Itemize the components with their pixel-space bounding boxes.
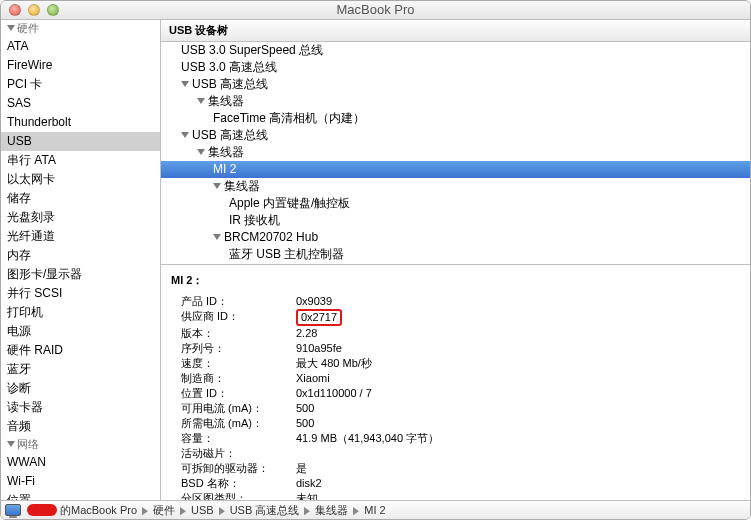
detail-pane[interactable]: MI 2： 产品 ID：0x9039供应商 ID：0x2717版本：2.28序列…	[161, 265, 750, 501]
chevron-down-icon[interactable]	[7, 25, 15, 31]
detail-value: disk2	[296, 476, 740, 491]
tree-row[interactable]: BRCM20702 Hub	[161, 229, 750, 246]
detail-key: 可拆卸的驱动器：	[181, 461, 296, 476]
detail-key: 可用电流 (mA)：	[181, 401, 296, 416]
close-button[interactable]	[9, 4, 21, 16]
sidebar-item[interactable]: Wi-Fi	[1, 472, 160, 491]
chevron-down-icon[interactable]	[7, 441, 15, 447]
detail-key: 所需电流 (mA)：	[181, 416, 296, 431]
tree-row[interactable]: 集线器	[161, 144, 750, 161]
chevron-down-icon[interactable]	[181, 81, 189, 87]
tree-row[interactable]: USB 高速总线	[161, 76, 750, 93]
sidebar-item[interactable]: USB	[1, 132, 160, 151]
path-segment[interactable]: USB 高速总线	[230, 503, 300, 518]
detail-value: 41.9 MB（41,943,040 字节）	[296, 431, 740, 446]
path-segment[interactable]: MI 2	[364, 504, 385, 516]
chevron-right-icon: ▶	[305, 504, 311, 517]
detail-value: 910a95fe	[296, 341, 740, 356]
detail-kv-list: 产品 ID：0x9039供应商 ID：0x2717版本：2.28序列号：910a…	[161, 294, 750, 501]
tree-row[interactable]: USB 3.0 SuperSpeed 总线	[161, 42, 750, 59]
detail-row: 所需电流 (mA)：500	[161, 416, 750, 431]
computer-icon[interactable]	[5, 504, 21, 516]
tree-row-label: USB 高速总线	[192, 127, 268, 144]
chevron-down-icon[interactable]	[181, 132, 189, 138]
chevron-right-icon: ▶	[142, 504, 148, 517]
sidebar-item[interactable]: 硬件 RAID	[1, 341, 160, 360]
tree-row[interactable]: USB 3.0 高速总线	[161, 59, 750, 76]
tree-row-label: USB 高速总线	[192, 76, 268, 93]
tree-row[interactable]: 蓝牙 USB 主机控制器	[161, 246, 750, 263]
tree-row-label: 集线器	[208, 144, 244, 161]
sidebar-item[interactable]: PCI 卡	[1, 75, 160, 94]
sidebar-item[interactable]: 位置	[1, 491, 160, 500]
sidebar-item[interactable]: 串行 ATA	[1, 151, 160, 170]
system-info-window: MacBook Pro 硬件ATAFireWirePCI 卡SASThunder…	[0, 0, 751, 520]
detail-row: 可用电流 (mA)：500	[161, 401, 750, 416]
path-segment[interactable]: 硬件	[153, 503, 175, 518]
sidebar-item[interactable]: 打印机	[1, 303, 160, 322]
detail-value: 未知	[296, 491, 740, 501]
tree-row[interactable]: IR 接收机	[161, 212, 750, 229]
sidebar-item[interactable]: 内存	[1, 246, 160, 265]
sidebar-item[interactable]: SAS	[1, 94, 160, 113]
chevron-down-icon[interactable]	[213, 234, 221, 240]
sidebar-item[interactable]: 光纤通道	[1, 227, 160, 246]
tree-row-label: FaceTime 高清相机（内建）	[213, 110, 365, 127]
sidebar-item[interactable]: ATA	[1, 37, 160, 56]
chevron-right-icon: ▶	[180, 504, 186, 517]
detail-value: 500	[296, 416, 740, 431]
path-segment[interactable]: 集线器	[315, 503, 348, 518]
chevron-right-icon: ▶	[219, 504, 225, 517]
tree-row-label: 蓝牙 USB 主机控制器	[229, 246, 344, 263]
sidebar[interactable]: 硬件ATAFireWirePCI 卡SASThunderboltUSB串行 AT…	[1, 20, 161, 500]
tree-row[interactable]: USB 高速总线	[161, 127, 750, 144]
tree-row[interactable]: Apple 内置键盘/触控板	[161, 195, 750, 212]
titlebar[interactable]: MacBook Pro	[1, 1, 750, 20]
sidebar-item[interactable]: Thunderbolt	[1, 113, 160, 132]
sidebar-item[interactable]: 读卡器	[1, 398, 160, 417]
detail-value: 0x1d110000 / 7	[296, 386, 740, 401]
sidebar-item[interactable]: WWAN	[1, 453, 160, 472]
sidebar-item[interactable]: 音频	[1, 417, 160, 436]
detail-key: 容量：	[181, 431, 296, 446]
detail-value: 最大 480 Mb/秒	[296, 356, 740, 371]
tree-row[interactable]: FaceTime 高清相机（内建）	[161, 110, 750, 127]
detail-key: 制造商：	[181, 371, 296, 386]
detail-value: Xiaomi	[296, 371, 740, 386]
tree-row-label: MI 2	[213, 161, 236, 178]
window-body: 硬件ATAFireWirePCI 卡SASThunderboltUSB串行 AT…	[1, 20, 750, 500]
sidebar-item[interactable]: 诊断	[1, 379, 160, 398]
detail-row: 供应商 ID：0x2717	[161, 309, 750, 326]
detail-key: 速度：	[181, 356, 296, 371]
tree-row[interactable]: MI 2	[161, 161, 750, 178]
sidebar-item[interactable]: 储存	[1, 189, 160, 208]
detail-key: 序列号：	[181, 341, 296, 356]
detail-row: 序列号：910a95fe	[161, 341, 750, 356]
tree-row[interactable]: 集线器	[161, 93, 750, 110]
chevron-down-icon[interactable]	[213, 183, 221, 189]
tree-row-label: Apple 内置键盘/触控板	[229, 195, 350, 212]
sidebar-item[interactable]: 光盘刻录	[1, 208, 160, 227]
sidebar-item[interactable]: 图形卡/显示器	[1, 265, 160, 284]
sidebar-category[interactable]: 硬件	[1, 20, 160, 37]
highlighted-value: 0x2717	[296, 309, 342, 326]
sidebar-item[interactable]: 电源	[1, 322, 160, 341]
minimize-button[interactable]	[28, 4, 40, 16]
tree-row[interactable]: 集线器	[161, 178, 750, 195]
sidebar-item[interactable]: 并行 SCSI	[1, 284, 160, 303]
tree-row-label: USB 3.0 SuperSpeed 总线	[181, 42, 323, 59]
sidebar-item[interactable]: 以太网卡	[1, 170, 160, 189]
detail-key: 位置 ID：	[181, 386, 296, 401]
traffic-lights	[1, 4, 59, 16]
usb-tree[interactable]: USB 3.0 SuperSpeed 总线USB 3.0 高速总线USB 高速总…	[161, 42, 750, 265]
path-segment[interactable]: USB	[191, 504, 214, 516]
sidebar-category[interactable]: 网络	[1, 436, 160, 453]
path-segment[interactable]: 的MacBook Pro	[60, 503, 137, 518]
zoom-button[interactable]	[47, 4, 59, 16]
window-title: MacBook Pro	[1, 2, 750, 17]
chevron-down-icon[interactable]	[197, 98, 205, 104]
chevron-down-icon[interactable]	[197, 149, 205, 155]
sidebar-item[interactable]: FireWire	[1, 56, 160, 75]
path-bar[interactable]: 的MacBook Pro▶硬件▶USB▶USB 高速总线▶集线器▶MI 2	[1, 500, 750, 519]
sidebar-item[interactable]: 蓝牙	[1, 360, 160, 379]
